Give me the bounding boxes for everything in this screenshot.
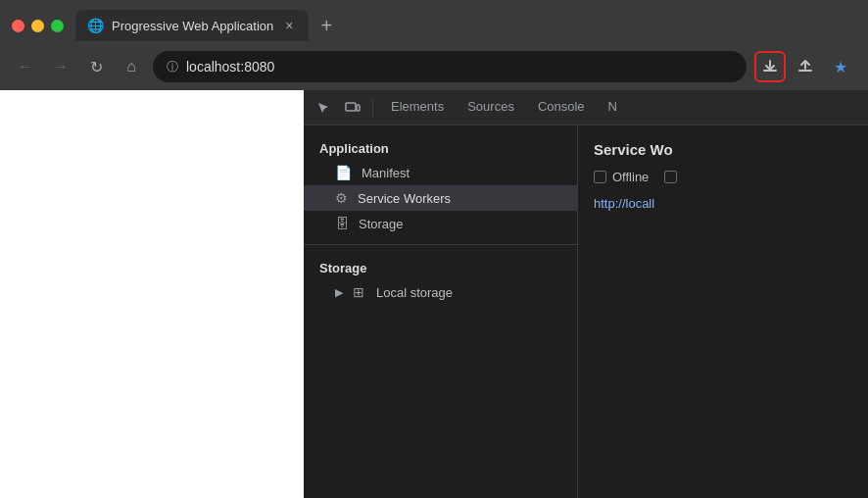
tab-sources[interactable]: Sources	[456, 90, 526, 125]
second-checkbox-row[interactable]	[664, 171, 677, 183]
minimize-traffic-light[interactable]	[31, 20, 44, 32]
star-icon: ★	[834, 58, 847, 76]
download-icon	[761, 58, 779, 75]
local-storage-icon: ▶	[335, 286, 343, 299]
sidebar-divider	[304, 244, 577, 245]
tab-console[interactable]: Console	[526, 90, 597, 125]
device-tool-button[interactable]	[339, 94, 366, 122]
tab-globe-icon: 🌐	[87, 18, 104, 33]
main-content: Elements Sources Console N	[0, 90, 868, 498]
browser-window: 🌐 Progressive Web Application × + ← → ↻ …	[0, 0, 868, 498]
tab-bar: 🌐 Progressive Web Application × +	[75, 10, 856, 41]
devtools-panel: Elements Sources Console N	[304, 90, 868, 498]
sidebar-item-storage[interactable]: 🗄 Storage	[304, 211, 577, 236]
tab-more[interactable]: N	[597, 90, 629, 125]
second-checkbox[interactable]	[664, 171, 677, 183]
service-worker-url: http://locall	[594, 196, 852, 211]
tab-elements[interactable]: Elements	[379, 90, 456, 125]
cursor-tool-button[interactable]	[310, 94, 337, 122]
service-worker-options-row: Offline	[594, 170, 852, 184]
share-icon	[796, 58, 814, 75]
svg-rect-3	[804, 62, 806, 70]
tab-title: Progressive Web Application	[112, 19, 273, 33]
devtools-sidebar: Application 📄 Manifest ⚙ Service Workers…	[304, 125, 578, 498]
application-section-header: Application	[304, 133, 577, 160]
offline-checkbox-row[interactable]: Offline	[594, 170, 649, 184]
manifest-icon: 📄	[335, 165, 352, 180]
new-tab-button[interactable]: +	[313, 12, 340, 39]
sidebar-item-manifest[interactable]: 📄 Manifest	[304, 160, 577, 185]
offline-checkbox[interactable]	[594, 171, 606, 183]
address-bar-row: ← → ↻ ⌂ ⓘ localhost:8080	[0, 47, 868, 90]
svg-rect-2	[798, 70, 812, 72]
sidebar-item-service-workers[interactable]: ⚙ Service Workers	[304, 185, 577, 211]
back-button[interactable]: ←	[12, 53, 39, 80]
svg-rect-1	[769, 60, 771, 68]
tab-close-button[interactable]: ×	[281, 18, 297, 33]
offline-label: Offline	[612, 170, 649, 184]
device-icon	[345, 101, 361, 115]
address-bar[interactable]: ⓘ localhost:8080	[153, 51, 747, 82]
address-lock-icon: ⓘ	[167, 59, 178, 75]
svg-rect-5	[357, 105, 360, 111]
share-button[interactable]	[790, 51, 821, 82]
maximize-traffic-light[interactable]	[51, 20, 64, 32]
service-worker-title: Service Wo	[594, 141, 852, 158]
sidebar-item-local-storage[interactable]: ▶ ⊞ Local storage	[304, 279, 577, 305]
home-button[interactable]: ⌂	[118, 53, 145, 80]
service-workers-icon: ⚙	[335, 190, 348, 206]
reload-button[interactable]: ↻	[82, 53, 110, 80]
devtools-tabs: Elements Sources Console N	[379, 90, 629, 125]
devtools-toolbar: Elements Sources Console N	[304, 90, 868, 125]
devtools-body: Application 📄 Manifest ⚙ Service Workers…	[304, 125, 868, 498]
local-storage-grid-icon: ⊞	[353, 284, 364, 300]
address-text: localhost:8080	[186, 59, 274, 75]
close-traffic-light[interactable]	[12, 20, 24, 32]
forward-button[interactable]: →	[47, 53, 74, 80]
browser-actions: ★	[754, 51, 856, 82]
devtools-main: Service Wo Offline http://locall	[578, 125, 868, 498]
storage-section-header: Storage	[304, 253, 577, 279]
title-bar: 🌐 Progressive Web Application × +	[0, 0, 868, 47]
toolbar-separator	[372, 98, 373, 118]
bookmark-button[interactable]: ★	[825, 51, 856, 82]
cursor-icon	[316, 101, 330, 115]
svg-rect-4	[346, 103, 356, 111]
browser-tab[interactable]: 🌐 Progressive Web Application ×	[75, 10, 309, 41]
traffic-lights	[12, 20, 64, 32]
page-content	[0, 90, 304, 498]
storage-db-icon: 🗄	[335, 216, 349, 231]
download-button[interactable]	[754, 51, 786, 82]
